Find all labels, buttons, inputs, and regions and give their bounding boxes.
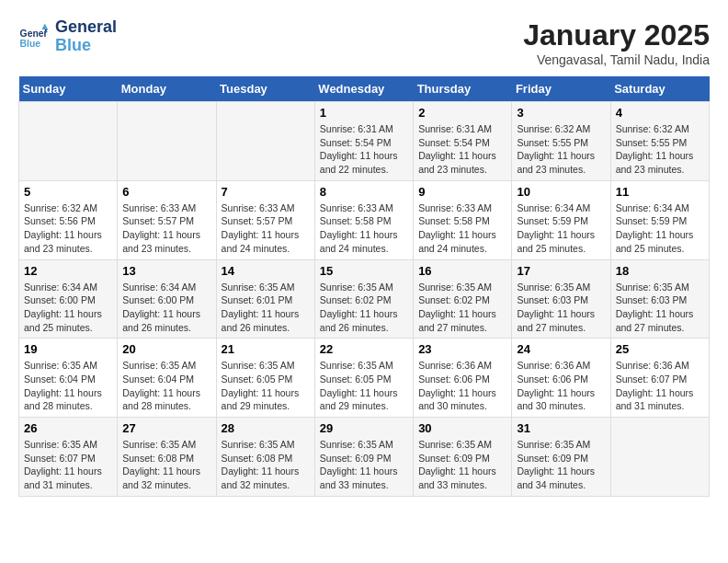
- day-number: 28: [222, 421, 310, 435]
- calendar-cell: 16Sunrise: 6:35 AMSunset: 6:02 PMDayligh…: [414, 259, 512, 339]
- calendar-cell: 21Sunrise: 6:35 AMSunset: 6:05 PMDayligh…: [216, 339, 314, 418]
- day-number: 13: [122, 264, 210, 278]
- week-row-5: 26Sunrise: 6:35 AMSunset: 6:07 PMDayligh…: [19, 418, 710, 497]
- cell-content: Sunrise: 6:34 AMSunset: 6:00 PMDaylight:…: [24, 281, 112, 335]
- day-number: 1: [320, 106, 408, 120]
- calendar-cell: 9Sunrise: 6:33 AMSunset: 5:58 PMDaylight…: [414, 180, 512, 259]
- calendar-cell: 14Sunrise: 6:35 AMSunset: 6:01 PMDayligh…: [216, 259, 314, 339]
- day-number: 31: [517, 421, 605, 435]
- calendar-cell: 6Sunrise: 6:33 AMSunset: 5:57 PMDaylight…: [118, 180, 216, 259]
- cell-content: Sunrise: 6:33 AMSunset: 5:57 PMDaylight:…: [222, 201, 310, 256]
- day-number: 30: [418, 421, 506, 435]
- page-header: General Blue General Blue January 2025 V…: [18, 18, 710, 67]
- day-number: 20: [122, 342, 210, 356]
- calendar-cell: 18Sunrise: 6:35 AMSunset: 6:03 PMDayligh…: [610, 259, 709, 339]
- calendar-cell: 12Sunrise: 6:34 AMSunset: 6:00 PMDayligh…: [19, 259, 118, 339]
- title-block: January 2025 Vengavasal, Tamil Nadu, Ind…: [523, 18, 710, 67]
- calendar-title: January 2025: [523, 18, 710, 52]
- calendar-cell: 10Sunrise: 6:34 AMSunset: 5:59 PMDayligh…: [512, 180, 610, 259]
- day-number: 4: [616, 106, 704, 120]
- cell-content: Sunrise: 6:35 AMSunset: 6:05 PMDaylight:…: [320, 359, 408, 413]
- day-number: 5: [24, 185, 112, 199]
- week-row-2: 5Sunrise: 6:32 AMSunset: 5:56 PMDaylight…: [19, 180, 710, 259]
- calendar-cell: 19Sunrise: 6:35 AMSunset: 6:04 PMDayligh…: [19, 339, 118, 418]
- cell-content: Sunrise: 6:36 AMSunset: 6:07 PMDaylight:…: [616, 359, 704, 413]
- cell-content: Sunrise: 6:35 AMSunset: 6:01 PMDaylight:…: [222, 281, 310, 335]
- calendar-body: 1Sunrise: 6:31 AMSunset: 5:54 PMDaylight…: [19, 102, 710, 497]
- cell-content: Sunrise: 6:35 AMSunset: 6:04 PMDaylight:…: [122, 359, 210, 413]
- day-number: 22: [320, 342, 408, 356]
- calendar-table: SundayMondayTuesdayWednesdayThursdayFrid…: [18, 76, 710, 497]
- day-number: 17: [517, 264, 605, 278]
- day-number: 15: [320, 264, 408, 278]
- cell-content: Sunrise: 6:35 AMSunset: 6:03 PMDaylight:…: [616, 281, 704, 335]
- calendar-cell: 28Sunrise: 6:35 AMSunset: 6:08 PMDayligh…: [216, 418, 314, 497]
- calendar-cell: 1Sunrise: 6:31 AMSunset: 5:54 PMDaylight…: [314, 102, 413, 181]
- svg-text:General: General: [20, 29, 48, 39]
- logo-line1: General: [55, 18, 117, 37]
- week-row-1: 1Sunrise: 6:31 AMSunset: 5:54 PMDaylight…: [19, 102, 710, 181]
- week-row-4: 19Sunrise: 6:35 AMSunset: 6:04 PMDayligh…: [19, 339, 710, 418]
- calendar-cell: 31Sunrise: 6:35 AMSunset: 6:09 PMDayligh…: [512, 418, 610, 497]
- weekday-header-tuesday: Tuesday: [216, 76, 314, 102]
- calendar-cell: [118, 102, 216, 181]
- cell-content: Sunrise: 6:36 AMSunset: 6:06 PMDaylight:…: [418, 359, 506, 413]
- weekday-header-wednesday: Wednesday: [314, 76, 413, 102]
- cell-content: Sunrise: 6:34 AMSunset: 5:59 PMDaylight:…: [616, 201, 704, 256]
- day-number: 23: [418, 342, 506, 356]
- calendar-cell: 3Sunrise: 6:32 AMSunset: 5:55 PMDaylight…: [512, 102, 610, 181]
- calendar-cell: 8Sunrise: 6:33 AMSunset: 5:58 PMDaylight…: [314, 180, 413, 259]
- logo: General Blue General Blue: [18, 18, 117, 55]
- cell-content: Sunrise: 6:35 AMSunset: 6:09 PMDaylight:…: [320, 438, 408, 492]
- day-number: 21: [222, 342, 310, 356]
- weekday-header-monday: Monday: [118, 76, 216, 102]
- cell-content: Sunrise: 6:35 AMSunset: 6:04 PMDaylight:…: [24, 359, 112, 413]
- calendar-cell: 7Sunrise: 6:33 AMSunset: 5:57 PMDaylight…: [216, 180, 314, 259]
- cell-content: Sunrise: 6:32 AMSunset: 5:55 PMDaylight:…: [616, 122, 704, 177]
- day-number: 25: [616, 342, 704, 356]
- calendar-cell: 25Sunrise: 6:36 AMSunset: 6:07 PMDayligh…: [610, 339, 709, 418]
- day-number: 26: [24, 421, 112, 435]
- cell-content: Sunrise: 6:32 AMSunset: 5:56 PMDaylight:…: [24, 201, 112, 256]
- day-number: 7: [222, 185, 310, 199]
- day-number: 16: [418, 264, 506, 278]
- calendar-cell: 4Sunrise: 6:32 AMSunset: 5:55 PMDaylight…: [610, 102, 709, 181]
- calendar-cell: 30Sunrise: 6:35 AMSunset: 6:09 PMDayligh…: [414, 418, 512, 497]
- cell-content: Sunrise: 6:34 AMSunset: 6:00 PMDaylight:…: [122, 281, 210, 335]
- calendar-cell: 26Sunrise: 6:35 AMSunset: 6:07 PMDayligh…: [19, 418, 118, 497]
- weekday-header-saturday: Saturday: [610, 76, 709, 102]
- weekday-header-sunday: Sunday: [19, 76, 118, 102]
- calendar-cell: 2Sunrise: 6:31 AMSunset: 5:54 PMDaylight…: [414, 102, 512, 181]
- calendar-cell: [216, 102, 314, 181]
- calendar-cell: 24Sunrise: 6:36 AMSunset: 6:06 PMDayligh…: [512, 339, 610, 418]
- cell-content: Sunrise: 6:31 AMSunset: 5:54 PMDaylight:…: [418, 122, 506, 177]
- logo-line2: Blue: [55, 37, 117, 55]
- cell-content: Sunrise: 6:35 AMSunset: 6:09 PMDaylight:…: [517, 438, 605, 492]
- day-number: 2: [418, 106, 506, 120]
- cell-content: Sunrise: 6:35 AMSunset: 6:02 PMDaylight:…: [320, 281, 408, 335]
- calendar-cell: 11Sunrise: 6:34 AMSunset: 5:59 PMDayligh…: [610, 180, 709, 259]
- cell-content: Sunrise: 6:35 AMSunset: 6:03 PMDaylight:…: [517, 281, 605, 335]
- calendar-cell: 17Sunrise: 6:35 AMSunset: 6:03 PMDayligh…: [512, 259, 610, 339]
- weekday-header-thursday: Thursday: [414, 76, 512, 102]
- day-number: 27: [122, 421, 210, 435]
- calendar-cell: 23Sunrise: 6:36 AMSunset: 6:06 PMDayligh…: [414, 339, 512, 418]
- week-row-3: 12Sunrise: 6:34 AMSunset: 6:00 PMDayligh…: [19, 259, 710, 339]
- cell-content: Sunrise: 6:35 AMSunset: 6:09 PMDaylight:…: [418, 438, 506, 492]
- day-number: 12: [24, 264, 112, 278]
- cell-content: Sunrise: 6:32 AMSunset: 5:55 PMDaylight:…: [517, 122, 605, 177]
- calendar-subtitle: Vengavasal, Tamil Nadu, India: [523, 52, 710, 67]
- calendar-cell: [19, 102, 118, 181]
- day-number: 6: [122, 185, 210, 199]
- calendar-cell: 22Sunrise: 6:35 AMSunset: 6:05 PMDayligh…: [314, 339, 413, 418]
- cell-content: Sunrise: 6:33 AMSunset: 5:58 PMDaylight:…: [418, 201, 506, 256]
- cell-content: Sunrise: 6:36 AMSunset: 6:06 PMDaylight:…: [517, 359, 605, 413]
- cell-content: Sunrise: 6:31 AMSunset: 5:54 PMDaylight:…: [320, 122, 408, 177]
- day-number: 11: [616, 185, 704, 199]
- day-number: 8: [320, 185, 408, 199]
- calendar-cell: 15Sunrise: 6:35 AMSunset: 6:02 PMDayligh…: [314, 259, 413, 339]
- day-number: 19: [24, 342, 112, 356]
- cell-content: Sunrise: 6:35 AMSunset: 6:07 PMDaylight:…: [24, 438, 112, 492]
- calendar-cell: 29Sunrise: 6:35 AMSunset: 6:09 PMDayligh…: [314, 418, 413, 497]
- cell-content: Sunrise: 6:35 AMSunset: 6:02 PMDaylight:…: [418, 281, 506, 335]
